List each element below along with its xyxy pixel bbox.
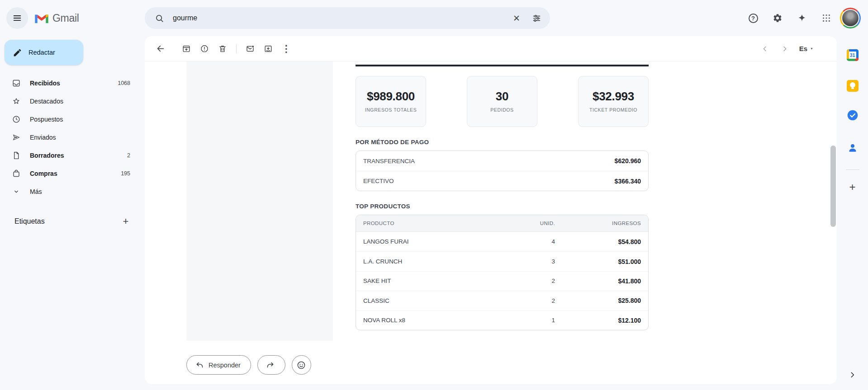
gmail-logo[interactable]: Gmail	[34, 12, 79, 24]
stat-card-total-revenue: $989.800 INGRESOS TOTALES	[356, 76, 426, 127]
delete-button[interactable]	[213, 40, 232, 58]
back-button[interactable]	[151, 40, 169, 58]
payment-row: TRANSFERENCIA $620.960	[356, 151, 648, 171]
table-row: NOVA ROLL x8 1 $12.100	[356, 310, 648, 330]
scrollbar-thumb[interactable]	[830, 146, 836, 227]
sidebar-item-purchases[interactable]: Compras 195	[0, 165, 145, 182]
report-top-divider	[356, 65, 649, 66]
table-row: CLASSIC 2 $25.800	[356, 291, 648, 310]
mark-unread-icon	[246, 44, 255, 53]
gmail-m-icon	[34, 13, 49, 24]
email-actions: Responder	[186, 355, 311, 375]
more-options-button[interactable]: ⋮	[277, 40, 295, 58]
emoji-icon	[296, 360, 306, 370]
sparkle-icon	[797, 13, 807, 23]
mail-pane: ⋮ Es ▼	[145, 36, 837, 384]
payment-methods-box: TRANSFERENCIA $620.960 EFECTIVO $366.340	[356, 150, 649, 191]
plus-icon: +	[849, 182, 855, 193]
reply-button[interactable]: Responder	[186, 355, 251, 375]
forward-icon	[266, 361, 275, 370]
products-section-title: TOP PRODUCTOS	[356, 203, 649, 210]
inbox-icon	[12, 79, 21, 88]
gemini-button[interactable]	[791, 7, 813, 29]
sidebar-item-inbox[interactable]: Recibidos 1068	[0, 75, 145, 91]
sidebar-item-more[interactable]: Más	[0, 183, 145, 200]
main-menu-button[interactable]	[6, 7, 28, 29]
close-icon: ✕	[513, 14, 520, 23]
report-spam-icon	[200, 44, 209, 53]
input-language-selector[interactable]: Es ▼	[796, 42, 817, 55]
tune-icon	[532, 14, 541, 23]
side-panel-divider	[846, 169, 859, 170]
star-icon	[12, 97, 21, 106]
email-body-background	[186, 61, 333, 341]
help-icon: ?	[749, 14, 758, 23]
stats-row: $989.800 INGRESOS TOTALES 30 PEDIDOS $32…	[356, 76, 649, 127]
mark-unread-button[interactable]	[241, 40, 259, 58]
plus-icon: +	[123, 216, 129, 227]
reply-icon	[195, 361, 204, 370]
search-input[interactable]	[169, 14, 507, 22]
keep-button[interactable]	[844, 77, 862, 95]
sidebar-item-drafts[interactable]: Borradores 2	[0, 147, 145, 164]
get-addons-button[interactable]: +	[844, 178, 862, 196]
pencil-icon	[13, 48, 22, 57]
table-header: PRODUCTO UNID. INGRESOS	[356, 215, 648, 232]
avatar-photo	[842, 10, 859, 26]
newer-email-button[interactable]	[756, 40, 774, 58]
sidebar-nav: Recibidos 1068 Destacados Pospuestos	[0, 75, 145, 200]
hamburger-icon	[12, 13, 22, 23]
sidebar-item-snoozed[interactable]: Pospuestos	[0, 111, 145, 127]
email-view: $989.800 INGRESOS TOTALES 30 PEDIDOS $32…	[145, 61, 837, 384]
help-button[interactable]: ?	[742, 7, 764, 29]
back-arrow-icon	[156, 44, 165, 53]
payment-section-title: POR MÉTODO DE PAGO	[356, 139, 649, 146]
stat-card-orders: 30 PEDIDOS	[467, 76, 537, 127]
chevron-down-icon	[12, 187, 21, 196]
sidebar-item-starred[interactable]: Destacados	[0, 93, 145, 109]
labels-section: Etiquetas +	[0, 214, 145, 229]
toolbar-right: Es ▼	[756, 40, 817, 58]
apps-button[interactable]	[816, 7, 837, 29]
search-bar[interactable]: ✕	[145, 7, 550, 29]
search-button[interactable]	[149, 8, 169, 28]
gmail-header: Gmail ✕	[0, 0, 868, 36]
language-label: Es	[799, 45, 807, 52]
compose-button[interactable]: Redactar	[5, 40, 83, 65]
calendar-button[interactable]: 31	[844, 46, 862, 64]
table-row: SAKE HIT 2 $41.800	[356, 271, 648, 291]
clear-search-button[interactable]: ✕	[507, 8, 526, 28]
forward-button[interactable]	[257, 355, 285, 375]
header-left: Gmail	[0, 7, 145, 29]
hide-side-panel-button[interactable]	[844, 367, 861, 383]
report-spam-button[interactable]	[195, 40, 213, 58]
account-avatar[interactable]	[840, 8, 861, 28]
send-icon	[12, 133, 21, 142]
emoji-button[interactable]	[292, 355, 311, 375]
archive-button[interactable]	[177, 40, 195, 58]
archive-icon	[182, 44, 191, 53]
payment-row: EFECTIVO $366.340	[356, 171, 648, 191]
content-row: Redactar Recibidos 1068 Destacados	[0, 36, 868, 390]
mail-toolbar: ⋮ Es ▼	[145, 36, 837, 61]
more-vert-icon: ⋮	[282, 44, 291, 53]
gmail-wordmark: Gmail	[52, 12, 79, 24]
older-email-button[interactable]	[776, 40, 794, 58]
sales-report: $989.800 INGRESOS TOTALES 30 PEDIDOS $32…	[356, 61, 649, 330]
clock-icon	[12, 115, 21, 124]
apps-grid-icon	[821, 13, 831, 23]
sidebar-item-sent[interactable]: Enviados	[0, 129, 145, 146]
gmail-app: Gmail ✕	[0, 0, 868, 390]
contacts-icon	[847, 142, 859, 154]
settings-button[interactable]	[767, 7, 788, 29]
purchases-count: 195	[121, 170, 145, 177]
create-label-button[interactable]: +	[119, 214, 133, 229]
workspace-side-panel: 31 +	[837, 36, 868, 390]
chevron-right-icon	[849, 371, 856, 379]
inbox-count: 1068	[118, 80, 145, 86]
tasks-button[interactable]	[844, 106, 862, 124]
contacts-button[interactable]	[844, 139, 862, 157]
search-options-button[interactable]	[526, 8, 546, 28]
move-to-button[interactable]	[259, 40, 277, 58]
move-to-icon	[264, 44, 273, 53]
